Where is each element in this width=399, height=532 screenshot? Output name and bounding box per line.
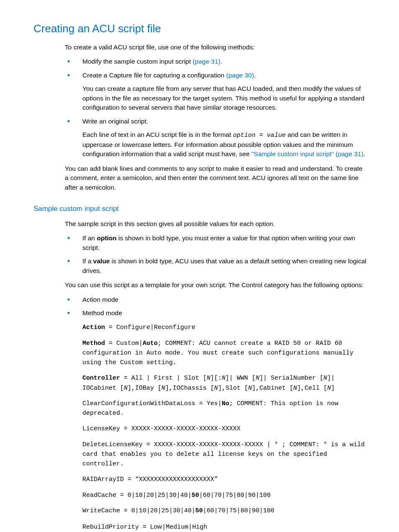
- code-text: = Configure|Reconfigure: [105, 324, 195, 331]
- text: If an: [82, 234, 97, 242]
- text: Modify the sample custom input script: [82, 58, 193, 65]
- rules-list: If an option is shown in bold type, you …: [65, 234, 368, 275]
- code-text: ],IOBay [: [128, 385, 161, 392]
- code-text: ],Cabinet [: [252, 385, 293, 392]
- text: is shown in bold type, you must enter a …: [82, 234, 355, 251]
- code-line-clearcfg: ClearConfigurationWithDataLoss = Yes|No;…: [82, 399, 368, 419]
- list-item: If an option is shown in bold type, you …: [65, 234, 368, 252]
- list-item: Modify the sample custom input script (p…: [65, 57, 368, 66]
- page-link[interactable]: "Sample custom input script" (page 31): [251, 150, 363, 157]
- code-sans: Low: [150, 523, 162, 530]
- code-text: = Custom|: [105, 340, 143, 347]
- code-text: |Medium|High: [162, 524, 207, 531]
- page-link[interactable]: (page 31): [193, 58, 220, 65]
- list-item: If a value is shown in bold type, ACU us…: [65, 257, 368, 275]
- intro-paragraph: To create a valid ACU script file, use o…: [65, 43, 368, 52]
- list-item: Write an original script. Each line of t…: [65, 117, 368, 159]
- code-text: |60|70|75|80|90|100: [199, 492, 271, 499]
- subsection-heading: Sample custom input script: [33, 204, 368, 214]
- text: .: [254, 72, 256, 79]
- list-item: Action mode: [65, 295, 368, 304]
- bold-text: value: [93, 257, 110, 265]
- code-text: ][:: [210, 375, 222, 382]
- code-line-readcache: ReadCache = 0|10|20|25|30|40|50|60|70|75…: [82, 491, 368, 500]
- code-var: N: [214, 385, 218, 392]
- body-paragraph: You can add blank lines and comments to …: [65, 164, 368, 192]
- code-var: N: [222, 375, 225, 382]
- code-text: ],Cell [: [297, 385, 327, 392]
- text: is shown in bold type, ACU uses that val…: [82, 257, 366, 274]
- code-line-deletelic: DeleteLicenseKey = XXXXX-XXXXX-XXXXX-XXX…: [82, 440, 368, 469]
- page-link[interactable]: (page 30): [226, 72, 254, 79]
- code-line-writecache: WriteCache = 0|10|20|25|30|40|50|60|70|7…: [82, 506, 368, 516]
- code-text: ],IOChassis [: [165, 385, 214, 392]
- code-var: N: [256, 375, 259, 382]
- section-heading: Creating an ACU script file: [33, 21, 368, 37]
- code-var: N: [124, 385, 128, 392]
- code-var: N: [161, 385, 165, 392]
- text: If a: [82, 257, 93, 265]
- code-line-method: Method = Custom|Auto; COMMENT: ACU canno…: [82, 339, 368, 368]
- code-text: ]: [331, 385, 335, 392]
- code-line-rebuild: RebuildPriority = Low|Medium|High: [82, 522, 368, 532]
- code-line-controller: Controller = All | First | Slot [N][:N]|…: [82, 373, 368, 393]
- detail-paragraph: You can create a capture file from any s…: [82, 84, 368, 112]
- code-bold: 50: [195, 507, 203, 514]
- code-key: Action: [82, 324, 105, 331]
- code-bold: 50: [192, 492, 199, 499]
- code-text: ],Slot [: [218, 385, 248, 392]
- body-paragraph: The sample script in this section gives …: [65, 219, 368, 229]
- code-key: Controller: [82, 375, 120, 382]
- code-var: N: [248, 385, 252, 392]
- text: Each line of text in an ACU script file …: [82, 131, 233, 138]
- code-text: ClearConfigurationWithDataLoss = Yes|: [82, 400, 222, 407]
- code-text: ]| SerialNumber [: [259, 375, 323, 382]
- code-var: N: [207, 375, 210, 382]
- code-text: RebuildPriority =: [82, 524, 150, 531]
- code-text: WriteCache = 0|10|20|25|30|40|: [82, 507, 195, 514]
- code-text: |60|70|75|80|90|100: [203, 507, 274, 514]
- list-item: Method mode: [65, 308, 368, 318]
- code-text: ]| WWN [: [225, 375, 256, 382]
- text: Write an original script.: [82, 118, 148, 125]
- code-line-licensekey: LicenseKey = XXXXX-XXXXX-XXXXX-XXXXX-XXX…: [82, 424, 368, 434]
- text: .: [363, 150, 365, 157]
- code-line-raidarray: RAIDArrayID = “XXXXXXXXXXXXXXXXXXXX”: [82, 475, 368, 484]
- methods-list: Modify the sample custom input script (p…: [65, 57, 368, 159]
- code-text: = All | First | Slot [: [120, 375, 207, 382]
- code-var: N: [323, 375, 327, 382]
- code-var: N: [293, 385, 297, 392]
- text: Create a Capture file for capturing a co…: [82, 72, 226, 79]
- text: .: [220, 58, 222, 65]
- body-paragraph: You can use this script as a template fo…: [65, 280, 368, 290]
- code-var: N: [327, 385, 331, 392]
- list-item: Create a Capture file for capturing a co…: [65, 71, 368, 113]
- code-text: option = value: [233, 132, 286, 139]
- code-line-action: Action = Configure|Reconfigure: [82, 323, 368, 332]
- code-text: ReadCache = 0|10|20|25|30|40|: [82, 492, 192, 499]
- code-key: Method: [82, 340, 105, 347]
- modes-list: Action mode Method mode: [65, 295, 368, 318]
- code-bold: No: [222, 400, 229, 407]
- code-bold: Auto: [143, 340, 158, 347]
- bold-text: option: [97, 234, 116, 242]
- detail-paragraph: Each line of text in an ACU script file …: [82, 130, 368, 159]
